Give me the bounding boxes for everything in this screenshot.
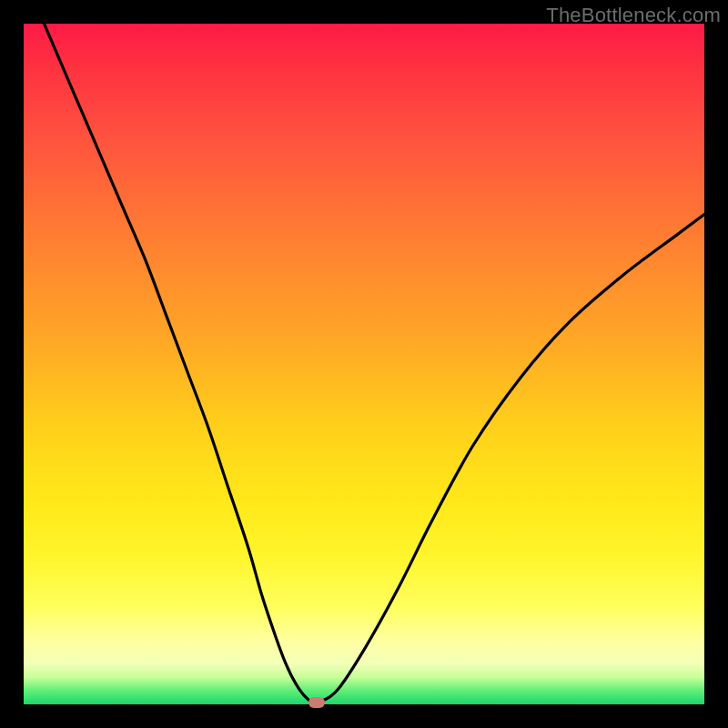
plot-area [24, 24, 704, 704]
chart-frame: TheBottleneck.com [0, 0, 728, 728]
curve-svg [24, 24, 704, 704]
optimum-marker [308, 697, 325, 708]
bottleneck-curve [44, 24, 704, 703]
watermark-text: TheBottleneck.com [546, 4, 721, 27]
